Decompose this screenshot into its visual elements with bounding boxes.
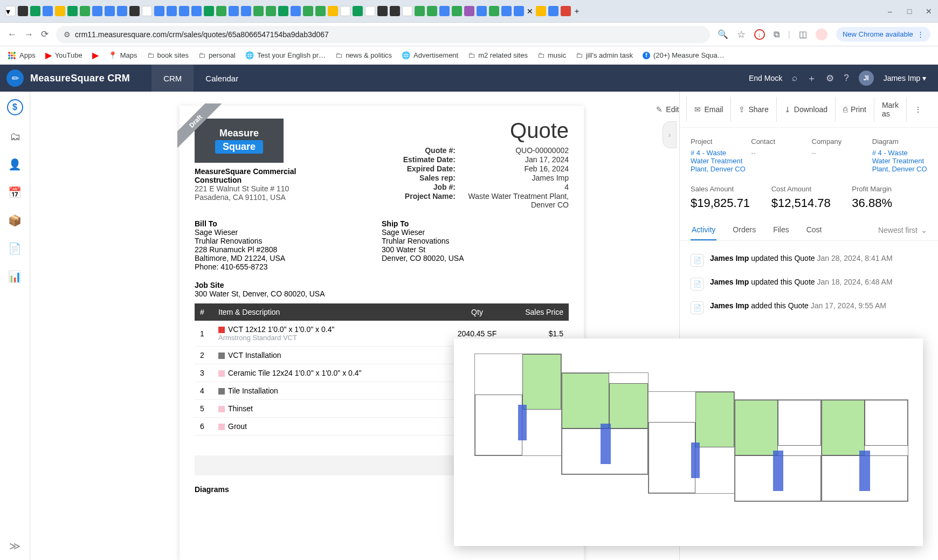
tab-favicon[interactable] [191, 6, 202, 16]
download-button[interactable]: ⤓Download [777, 97, 836, 122]
tab-favicon[interactable] [55, 6, 65, 16]
tab-favicon[interactable] [179, 6, 189, 16]
tab-favicon[interactable] [18, 6, 28, 16]
tab-favicon[interactable] [489, 6, 499, 16]
bookmark-folder-personal[interactable]: 🗀personal [198, 51, 236, 59]
email-button[interactable]: ✉Email [687, 97, 731, 122]
tab-favicon[interactable] [501, 6, 512, 16]
reload-button[interactable]: ⟳ [41, 29, 49, 40]
rail-quotes-icon[interactable]: $ [7, 99, 23, 115]
app-logo-icon[interactable]: ✎ [6, 70, 24, 87]
tab-favicon[interactable] [390, 6, 400, 16]
diagram-link[interactable]: # 4 - Waste Water Treatment Plant, Denve… [872, 149, 927, 173]
bookmark-star-icon[interactable]: ☆ [737, 29, 746, 40]
tab-favicon[interactable] [67, 6, 78, 16]
tab-favicon[interactable] [561, 6, 571, 16]
edit-button[interactable]: ✎Edit [649, 97, 687, 122]
bookmark-youtube-icon[interactable]: ▶ [92, 50, 99, 60]
url-input[interactable]: ⚙ crm11.measuresquare.com/crm/sales/quot… [56, 26, 710, 43]
tab-favicon[interactable] [439, 6, 450, 16]
window-minimize-icon[interactable]: – [886, 8, 894, 15]
bookmark-folder-music[interactable]: 🗀music [537, 51, 566, 59]
sort-dropdown[interactable]: Newest first⌄ [878, 220, 927, 240]
settings-gear-icon[interactable]: ⚙ [826, 73, 834, 84]
window-maximize-icon[interactable]: □ [906, 8, 913, 15]
tab-favicon[interactable] [30, 6, 40, 16]
bookmark-advertisement[interactable]: 🌐Advertisement [402, 51, 458, 59]
tab-favicon[interactable] [229, 6, 239, 16]
tab-favicon[interactable] [92, 6, 102, 16]
bookmark-facebook[interactable]: f(20+) Measure Squa… [643, 51, 725, 59]
tab-favicon[interactable] [328, 6, 338, 16]
tab-activity[interactable]: Activity [691, 220, 716, 240]
window-close-icon[interactable]: ✕ [925, 8, 933, 15]
tab-favicon[interactable] [353, 6, 363, 16]
tab-favicon[interactable] [340, 6, 350, 16]
bookmark-folder-m2related[interactable]: 🗀m2 related sites [468, 51, 528, 59]
user-menu[interactable]: James Imp ▾ [884, 74, 926, 82]
tab-favicon[interactable] [427, 6, 437, 16]
add-icon[interactable]: ＋ [807, 72, 816, 85]
bookmark-folder-jillsadmin[interactable]: 🗀jill's admin task [576, 51, 633, 59]
extensions-icon[interactable]: ⧉ [774, 30, 780, 39]
tab-favicon[interactable] [105, 6, 115, 16]
bookmark-youtube[interactable]: ▶YouTube [45, 50, 82, 60]
tab-favicon[interactable] [80, 6, 90, 16]
rail-expand-icon[interactable]: ≫ [9, 540, 20, 552]
zoom-icon[interactable]: 🔍 [718, 29, 728, 39]
print-button[interactable]: ⎙Print [836, 97, 874, 122]
end-mock-button[interactable]: End Mock [749, 74, 782, 82]
help-icon[interactable]: ? [844, 73, 849, 84]
forward-button[interactable]: → [24, 29, 33, 40]
project-link[interactable]: # 4 - Waste Water Treatment Plant, Denve… [691, 149, 746, 173]
tab-favicon[interactable] [315, 6, 326, 16]
nav-calendar[interactable]: Calendar [194, 65, 250, 92]
tab-favicon[interactable] [216, 6, 226, 16]
share-button[interactable]: ⇪Share [731, 97, 776, 122]
downloads-icon[interactable]: ↓ [754, 29, 765, 40]
nav-crm[interactable]: CRM [151, 65, 194, 92]
tab-favicon[interactable] [477, 6, 487, 16]
new-chrome-badge[interactable]: New Chrome available ⋮ [836, 27, 930, 42]
tab-favicon[interactable] [536, 6, 546, 16]
more-actions-icon[interactable]: ⋮ [907, 97, 929, 122]
tab-favicon[interactable] [129, 6, 140, 16]
site-settings-icon[interactable]: ⚙ [64, 30, 71, 39]
tab-favicon[interactable] [154, 6, 164, 16]
tab-favicon[interactable]: ▾ [5, 6, 16, 16]
sidepanel-icon[interactable]: ◫ [799, 29, 807, 39]
tab-files[interactable]: Files [772, 220, 790, 240]
tab-favicon[interactable] [464, 6, 474, 16]
bookmark-testenglish[interactable]: 🌐Test your English pr… [245, 51, 326, 59]
profile-avatar-icon[interactable] [816, 29, 827, 40]
tab-favicon[interactable] [241, 6, 251, 16]
tab-favicon[interactable] [117, 6, 127, 16]
tab-favicon[interactable] [514, 6, 524, 16]
tab-close-icon[interactable]: ✕ [526, 8, 534, 15]
tab-orders[interactable]: Orders [732, 220, 757, 240]
tab-favicon[interactable] [167, 6, 177, 16]
collapse-panel-toggle[interactable]: › [663, 121, 677, 148]
tab-favicon[interactable] [303, 6, 313, 16]
rail-document-icon[interactable]: 📄 [8, 242, 22, 255]
bookmark-folder-newspolitics[interactable]: 🗀news & politics [335, 51, 392, 59]
tab-favicon[interactable] [253, 6, 264, 16]
tab-favicon[interactable] [548, 6, 558, 16]
search-icon[interactable]: ⌕ [792, 73, 797, 84]
rail-catalog-icon[interactable]: 🗂 [10, 130, 20, 143]
tab-favicon[interactable] [291, 6, 301, 16]
tab-favicon[interactable] [402, 6, 412, 16]
rail-presentation-icon[interactable]: 📊 [8, 270, 22, 283]
rail-package-icon[interactable]: 📦 [8, 214, 22, 227]
back-button[interactable]: ← [8, 29, 17, 40]
bookmark-folder-booksites[interactable]: 🗀book sites [147, 51, 189, 59]
user-avatar[interactable]: JI [859, 71, 874, 86]
rail-contacts-icon[interactable]: 👤 [8, 158, 22, 171]
mark-as-button[interactable]: Mark as [874, 97, 907, 122]
tab-favicon[interactable] [266, 6, 276, 16]
tab-favicon[interactable] [377, 6, 388, 16]
tab-favicon[interactable] [365, 6, 375, 16]
tab-favicon[interactable] [278, 6, 288, 16]
tab-favicon[interactable] [452, 6, 462, 16]
bookmark-maps[interactable]: 📍Maps [108, 51, 137, 59]
